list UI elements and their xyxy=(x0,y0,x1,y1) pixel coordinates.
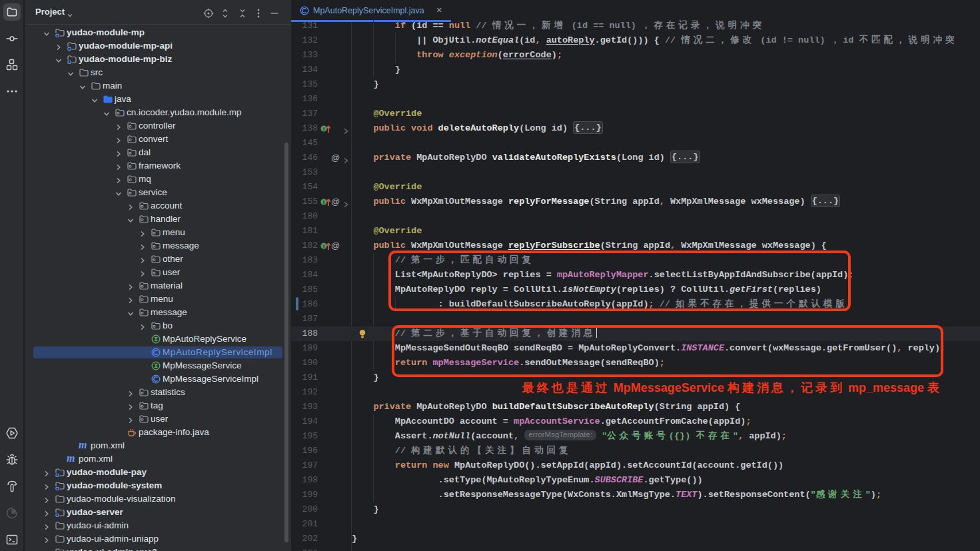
svg-text:I: I xyxy=(323,126,324,132)
svg-text:I: I xyxy=(323,243,324,249)
svg-text:I: I xyxy=(323,199,324,205)
